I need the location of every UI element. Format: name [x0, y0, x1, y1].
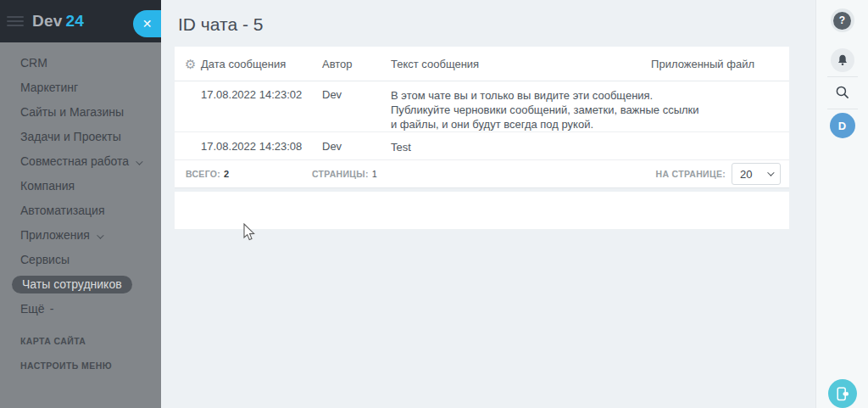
search-button[interactable]: [835, 85, 850, 100]
empty-panel: [175, 192, 789, 229]
sidebar-collapse-button[interactable]: ✕: [133, 10, 161, 37]
pages-count: СТРАНИЦЫ: 1: [312, 169, 377, 179]
sidebar-footer-links: КАРТА САЙТА НАСТРОИТЬ МЕНЮ: [20, 336, 112, 385]
hamburger-menu-icon[interactable]: [7, 14, 24, 29]
rail-divider: [827, 109, 858, 109]
bell-icon: [836, 53, 849, 67]
cell-date: 17.08.2022 14:23:08: [201, 140, 322, 153]
sidebar-item-services[interactable]: Сервисы: [0, 248, 161, 272]
table-settings-gear-icon[interactable]: ⚙: [175, 58, 201, 70]
sidebar-item-crm[interactable]: CRM: [0, 51, 161, 75]
cell-author: Dev: [322, 88, 391, 101]
column-header-date[interactable]: Дата сообщения: [201, 58, 322, 70]
sidebar-item-more[interactable]: Ещё-: [0, 297, 161, 321]
sidebar-menu: CRM Маркетинг Сайты и Магазины Задачи и …: [0, 42, 161, 321]
mobile-cloud-icon: [834, 386, 850, 402]
avatar[interactable]: D: [830, 113, 855, 138]
per-page-label: НА СТРАНИЦЕ:: [656, 169, 726, 179]
main-content: ID чата - 5 ⚙ Дата сообщения Автор Текст…: [161, 0, 815, 408]
table-row[interactable]: 17.08.2022 14:23:02 Dev В этом чате вы и…: [175, 81, 789, 132]
mobile-app-button[interactable]: [828, 379, 857, 408]
cell-text: Test: [391, 140, 645, 154]
sidebar-item-company[interactable]: Компания: [0, 174, 161, 198]
page-title: ID чата - 5: [178, 14, 263, 35]
sidebar-item-collaboration[interactable]: Совместная работа: [0, 149, 161, 174]
chevron-down-icon: [97, 232, 103, 238]
help-button[interactable]: ?: [831, 8, 854, 32]
sidebar-item-employee-chats[interactable]: Чаты сотрудников: [0, 272, 161, 297]
column-header-file[interactable]: Приложенный файл: [645, 58, 789, 70]
per-page-control: НА СТРАНИЦЕ: 20: [656, 163, 781, 185]
app-logo[interactable]: Dev24: [32, 12, 84, 31]
right-rail: ? D: [815, 0, 868, 408]
sidebar-item-automation[interactable]: Автоматизация: [0, 198, 161, 223]
active-item-pill: Чаты сотрудников: [12, 276, 132, 293]
table-footer: ВСЕГО: 2 СТРАНИЦЫ: 1 НА СТРАНИЦЕ: 20: [175, 160, 789, 188]
total-count: ВСЕГО: 2: [186, 169, 229, 179]
cell-date: 17.08.2022 14:23:02: [201, 88, 322, 101]
cell-author: Dev: [322, 140, 391, 153]
configure-menu-link[interactable]: НАСТРОИТЬ МЕНЮ: [20, 360, 112, 371]
more-dash: -: [50, 302, 54, 316]
notifications-button[interactable]: [831, 48, 854, 72]
sidebar-item-sites[interactable]: Сайты и Магазины: [0, 100, 161, 125]
per-page-select[interactable]: 20: [732, 163, 781, 185]
logo-text: Dev: [32, 12, 62, 30]
sidebar-item-tasks[interactable]: Задачи и Проекты: [0, 125, 161, 149]
sitemap-link[interactable]: КАРТА САЙТА: [20, 336, 112, 346]
rail-divider: [827, 76, 858, 77]
search-icon: [835, 85, 850, 100]
table-row[interactable]: 17.08.2022 14:23:08 Dev Test: [175, 132, 789, 160]
table-header-row: ⚙ Дата сообщения Автор Текст сообщения П…: [175, 47, 789, 81]
chevron-down-icon: [767, 169, 774, 176]
cell-text: В этом чате вы и только вы видите эти со…: [391, 88, 699, 131]
sidebar-item-apps[interactable]: Приложения: [0, 223, 161, 248]
logo-accent: 24: [65, 12, 84, 30]
column-header-text[interactable]: Текст сообщения: [391, 58, 645, 70]
messages-table: ⚙ Дата сообщения Автор Текст сообщения П…: [175, 47, 789, 188]
left-sidebar: Dev24 ✕ CRM Маркетинг Сайты и Магазины З…: [0, 0, 161, 408]
column-header-author[interactable]: Автор: [322, 58, 391, 70]
question-mark-icon: ?: [833, 12, 851, 30]
chevron-down-icon: [136, 158, 142, 165]
close-icon: ✕: [142, 17, 153, 31]
sidebar-item-marketing[interactable]: Маркетинг: [0, 75, 161, 100]
